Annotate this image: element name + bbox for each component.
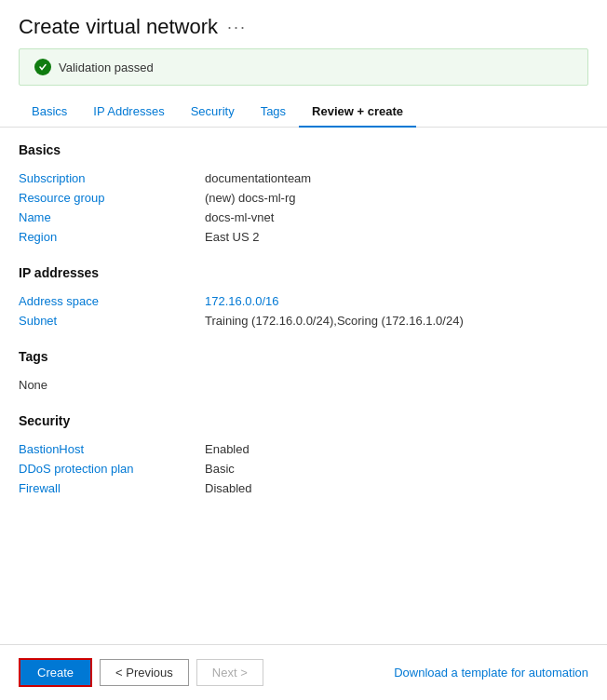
basics-section-title: Basics — [19, 142, 588, 157]
field-label-subnet: Subnet — [19, 314, 205, 328]
field-label-firewall: Firewall — [19, 481, 205, 495]
main-content: Basics Subscription documentationteam Re… — [0, 142, 607, 498]
field-value-subscription: documentationteam — [205, 171, 311, 185]
tab-bar: Basics IP Addresses Security Tags Review… — [0, 97, 607, 128]
field-label-bastion-host: BastionHost — [19, 442, 205, 456]
create-button[interactable]: Create — [19, 658, 92, 687]
tab-basics[interactable]: Basics — [19, 97, 80, 128]
field-label-subscription: Subscription — [19, 171, 205, 185]
validation-check-icon — [34, 59, 51, 75]
ip-addresses-section: IP addresses Address space 172.16.0.0/16… — [19, 265, 588, 330]
validation-banner: Validation passed — [19, 48, 588, 86]
next-button: Next > — [196, 659, 263, 686]
field-resource-group: Resource group (new) docs-ml-rg — [19, 188, 588, 208]
field-value-address-space: 172.16.0.0/16 — [205, 294, 279, 308]
field-tags-none: None — [19, 375, 588, 395]
field-name: Name docs-ml-vnet — [19, 208, 588, 227]
field-value-subnet: Training (172.16.0.0/24),Scoring (172.16… — [205, 314, 464, 328]
field-value-ddos: Basic — [205, 462, 235, 476]
tags-section: Tags None — [19, 349, 588, 395]
field-label-address-space: Address space — [19, 294, 205, 308]
field-value-name: docs-ml-vnet — [205, 210, 274, 224]
previous-button[interactable]: < Previous — [100, 659, 189, 686]
field-value-tags-none: None — [19, 378, 47, 392]
field-label-resource-group: Resource group — [19, 191, 205, 205]
tab-review-create[interactable]: Review + create — [299, 97, 416, 128]
field-address-space: Address space 172.16.0.0/16 — [19, 291, 588, 311]
security-section-title: Security — [19, 413, 588, 428]
tags-section-title: Tags — [19, 349, 588, 364]
field-bastion-host: BastionHost Enabled — [19, 439, 588, 459]
header-more-icon[interactable]: ··· — [227, 18, 247, 37]
download-template-link[interactable]: Download a template for automation — [394, 666, 588, 680]
footer-bar: Create < Previous Next > Download a temp… — [0, 644, 607, 700]
validation-text: Validation passed — [59, 61, 154, 74]
field-subnet: Subnet Training (172.16.0.0/24),Scoring … — [19, 311, 588, 330]
tab-ip-addresses[interactable]: IP Addresses — [80, 97, 177, 128]
basics-section: Basics Subscription documentationteam Re… — [19, 142, 588, 247]
field-label-name: Name — [19, 210, 205, 224]
field-label-region: Region — [19, 230, 205, 244]
field-value-firewall: Disabled — [205, 481, 252, 495]
security-section: Security BastionHost Enabled DDoS protec… — [19, 413, 588, 498]
page-title: Create virtual network — [19, 15, 218, 39]
field-value-resource-group: (new) docs-ml-rg — [205, 191, 296, 205]
field-region: Region East US 2 — [19, 227, 588, 247]
field-subscription: Subscription documentationteam — [19, 168, 588, 188]
tab-security[interactable]: Security — [178, 97, 248, 128]
field-value-bastion-host: Enabled — [205, 442, 250, 456]
tab-tags[interactable]: Tags — [248, 97, 299, 128]
field-firewall: Firewall Disabled — [19, 478, 588, 498]
field-label-ddos: DDoS protection plan — [19, 462, 205, 476]
ip-addresses-section-title: IP addresses — [19, 265, 588, 280]
field-ddos: DDoS protection plan Basic — [19, 459, 588, 478]
field-value-region: East US 2 — [205, 230, 260, 244]
